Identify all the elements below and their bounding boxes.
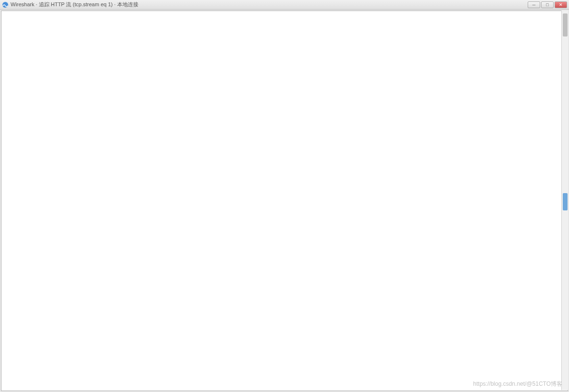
- scrollbar-thumb-top[interactable]: [563, 13, 568, 37]
- window-title: Wireshark · 追踪 HTTP 流 (tcp.stream eq 1) …: [11, 1, 528, 8]
- close-button[interactable]: ✕: [555, 1, 567, 8]
- window-controls: ─ □ ✕: [528, 1, 567, 8]
- minimize-button[interactable]: ─: [528, 1, 540, 8]
- window-titlebar: Wireshark · 追踪 HTTP 流 (tcp.stream eq 1) …: [0, 0, 569, 10]
- scrollbar-thumb-mid[interactable]: [563, 193, 568, 210]
- watermark-text: https://blog.csdn.net/@51CTO博客: [473, 380, 562, 388]
- highlight-box: [1, 391, 3, 391]
- svg-point-0: [2, 2, 8, 8]
- content-frame: [1, 11, 568, 391]
- maximize-button[interactable]: □: [541, 1, 554, 8]
- wireshark-icon: [2, 1, 9, 8]
- http-stream-content[interactable]: [1, 11, 568, 391]
- scrollbar-vertical[interactable]: [561, 11, 568, 390]
